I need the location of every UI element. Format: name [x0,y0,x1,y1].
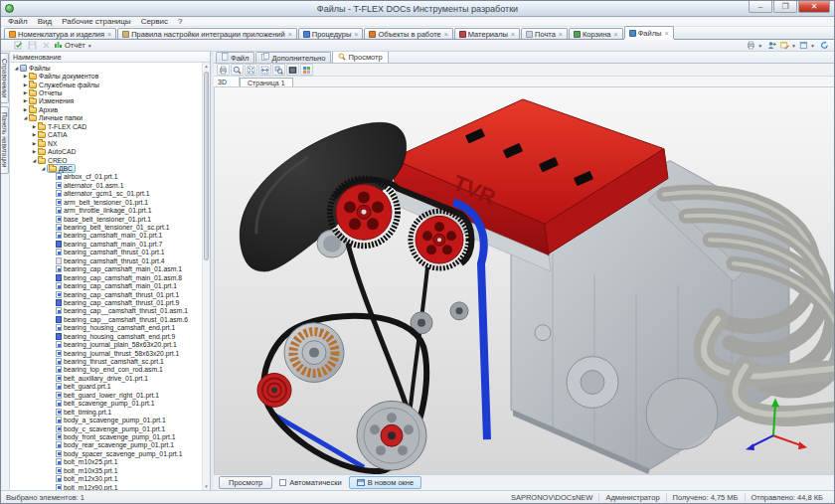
tree-item[interactable]: alternator_01.asm.1 [11,181,202,189]
fit-page-icon[interactable] [245,64,257,76]
expand-icon[interactable]: ▶ [22,97,29,104]
zoom-region-icon[interactable] [272,64,285,76]
tree-item[interactable]: ▶CATIA [11,131,202,139]
tab-Процедуры[interactable]: Процедуры× [298,28,364,39]
expand-icon[interactable]: ▶ [22,89,29,96]
tree-item[interactable]: bearing_journal_thrust_58x63x20.prt.1 [11,349,202,357]
refresh-icon[interactable] [818,40,830,51]
close-icon[interactable]: × [511,31,515,38]
tab-Файлы[interactable]: Файлы× [624,26,674,39]
tree-item[interactable]: arm_belt_tensioner_01.prt.1 [11,198,202,206]
tree-item[interactable]: bearing_belt_tensioner_01_sc.prt.1 [11,223,202,231]
auto-checkbox-wrap[interactable]: Автоматически [279,478,341,487]
tree-item[interactable]: belt_guard_lower_right_01.prt.1 [11,391,202,399]
close-icon[interactable]: × [614,31,618,38]
tree-item[interactable]: body_spacer_scavenge_pump_01.prt.1 [11,449,202,457]
collapse-icon[interactable]: ◢ [40,165,47,172]
maximize-button[interactable]: ❐ [773,1,797,13]
apply-form-icon[interactable] [12,40,24,51]
tree-item[interactable]: belt_scavenge_pump_01.prt.1 [11,400,202,408]
auto-checkbox[interactable] [279,479,286,486]
tree-item[interactable]: bearing_journal_plain_58x63x20.prt.1 [11,340,202,348]
preview-tab-Файл[interactable]: Файл [216,52,254,63]
tab-Материалы[interactable]: Материалы× [454,28,520,39]
expand-icon[interactable]: ▶ [22,106,29,113]
tree-item[interactable]: bolt_m12x90.prt.1 [11,483,202,490]
preview-button[interactable]: Просмотр [219,476,272,489]
print-icon[interactable]: ▼ [747,40,762,51]
tree-scrollbar[interactable]: ▲ ▼ [202,63,210,490]
tree-item[interactable]: belt_guard.prt.1 [11,383,202,391]
tree-item[interactable]: ▶Служебные файлы [11,81,202,88]
tree-item[interactable]: body_rear_scavenge_pump_01.prt.1 [11,441,202,449]
tab-Корзина[interactable]: Корзина× [569,28,623,39]
collapse-icon[interactable]: ◢ [31,157,38,164]
tree-item[interactable]: ◢ДВС [11,164,202,172]
collapse-icon[interactable]: ◢ [22,114,29,121]
tree-item[interactable]: bearing_thrust_camshaft_sc.prt.1 [11,357,202,365]
tree-item[interactable]: bearing_camshaft_thrust_01.prt.1 [11,249,202,256]
tree-item[interactable]: ▶AutoCAD [11,147,202,155]
collapse-icon[interactable]: ◢ [13,65,20,72]
tree-item[interactable]: body_c_scavenge_pump_01.prt.1 [11,424,202,432]
menu-item-1[interactable]: Вид [33,17,57,26]
tab-Номенклатура и изделия[interactable]: Номенклатура и изделия× [4,28,116,39]
tree-item[interactable]: alternator_gcm1_sc_01.prt.1 [11,190,202,198]
tree-item[interactable]: bearing_cap_camshaft_main_01.asm.1 [11,265,202,273]
side-tab-0[interactable]: Справочники [1,53,9,103]
menu-item-4[interactable]: ? [173,17,187,26]
minimize-button[interactable]: – [749,1,772,13]
zoom-icon[interactable] [231,64,244,76]
tree-item[interactable]: base_belt_tensioner_01.prt.1 [11,215,202,223]
tree-item[interactable]: bolt_m12x30.prt.1 [11,474,202,482]
view-settings-icon[interactable] [300,64,313,76]
tree-item[interactable]: ▶NX [11,139,202,147]
tree-item[interactable]: bearing_top_end_con_rod.asm.1 [11,366,202,374]
preview-canvas[interactable]: TVR [214,87,834,474]
tree-item[interactable]: bolt_m10x35.prt.1 [11,466,202,474]
close-icon[interactable]: × [444,31,448,38]
tab-Правила настройки интеграции приложений[interactable]: Правила настройки интеграции приложений× [117,28,297,39]
view-mode-icon[interactable]: ▼ [799,40,815,51]
tree-item[interactable]: arm_throttle_linkage_01.prt.1 [11,206,202,214]
slide-view-icon[interactable] [286,64,299,76]
tree-item[interactable]: ▶T-FLEX CAD [11,122,202,130]
tree-column-header[interactable]: Наименование [10,52,210,63]
close-icon[interactable]: × [559,31,563,38]
fit-width-icon[interactable] [258,64,271,76]
tree-item[interactable]: bearing_housing_camshaft_end.prt.9 [11,332,202,340]
tree-item[interactable]: bearing_cap__camshaft_thrust_01.asm.6 [11,315,202,323]
tree-item[interactable]: bearing_cap_camshaft_main_01.prt.1 [11,281,202,289]
page-mode-label[interactable]: 3D [214,77,240,86]
close-icon[interactable]: × [354,31,358,38]
tree-item[interactable]: ◢Личные папки [11,114,202,122]
expand-icon[interactable]: ▶ [31,140,38,147]
close-icon[interactable]: × [107,31,111,38]
cancel-icon[interactable] [40,40,52,51]
edit-view-icon[interactable]: ▼ [780,40,796,51]
tree-item[interactable]: belt_timing.prt.1 [11,408,202,416]
report-button[interactable]: Отчёт ▼ [54,40,92,51]
close-icon[interactable]: × [664,30,668,37]
menu-item-2[interactable]: Рабочие страницы [57,17,135,26]
selected-tree-item[interactable]: ДВС [47,164,76,173]
add-user-icon[interactable] [765,40,777,51]
scroll-up-icon[interactable]: ▲ [203,63,210,70]
tree-item[interactable]: bearing_camshaft_main_01.prt.1 [11,232,202,240]
tree-item[interactable]: ▶Файлы документов [11,72,202,80]
menu-item-0[interactable]: Файл [3,17,33,26]
tab-Объекты в работе[interactable]: Объекты в работе× [364,28,452,39]
expand-icon[interactable]: ▶ [22,82,29,88]
preview-tab-Просмотр[interactable]: Просмотр [332,52,388,63]
preview-tab-Дополнительно[interactable]: Дополнительно [255,52,331,63]
page-tab[interactable]: Страница 1 [240,78,293,86]
tree-item[interactable]: ▶Изменения [11,97,202,105]
tree-item[interactable]: bearing_cap_camshaft_main_01.asm.8 [11,273,202,281]
tree-item[interactable]: bearing_cap_camshaft_thrust_01.prt.1 [11,290,202,298]
tree-item[interactable]: bearing_cap_camshaft_thrust_01.prt.9 [11,298,202,306]
tree-item[interactable]: body_a_scavenge_pump_01.prt.1 [11,416,202,423]
print-preview-icon[interactable] [217,64,230,76]
tree-item[interactable]: airbox_cf_01.prt.1 [11,173,202,181]
save-icon[interactable] [26,40,38,51]
close-icon[interactable]: × [288,31,292,38]
